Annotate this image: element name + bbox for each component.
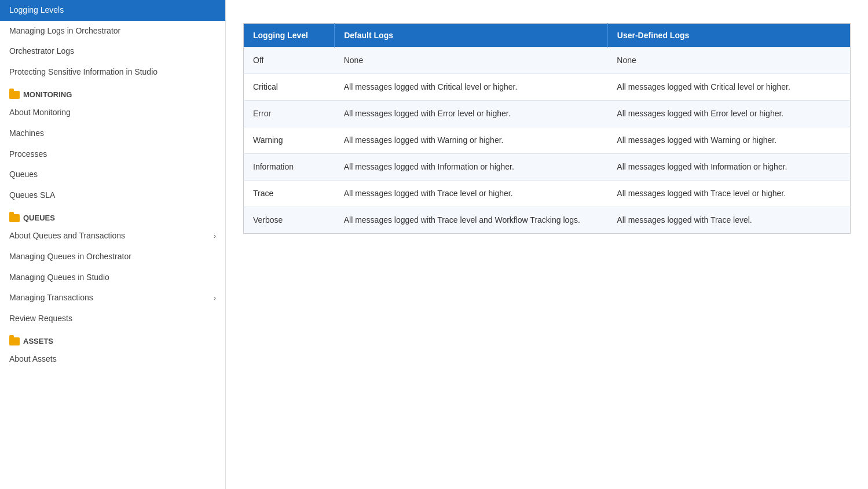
sidebar-item-managing-logs[interactable]: Managing Logs in Orchestrator (0, 21, 225, 42)
cell-user-5: All messages logged with Trace level or … (607, 181, 850, 207)
sidebar-item-protecting-sensitive[interactable]: Protecting Sensitive Information in Stud… (0, 62, 225, 83)
cell-level-4: Information (244, 154, 335, 181)
sidebar: Logging LevelsManaging Logs in Orchestra… (0, 0, 226, 489)
main-content: Logging Level Default Logs User-Defined … (226, 0, 868, 489)
sidebar-item-managing-transactions[interactable]: Managing Transactions› (0, 288, 225, 308)
cell-level-0: Off (244, 47, 335, 74)
table-header: Logging Level Default Logs User-Defined … (244, 24, 851, 47)
cell-default-6: All messages logged with Trace level and… (335, 207, 608, 234)
sidebar-item-queues-sla[interactable]: Queues SLA (0, 185, 225, 206)
sidebar-item-managing-queues-orch[interactable]: Managing Queues in Orchestrator (0, 247, 225, 267)
table-row: InformationAll messages logged with Info… (244, 154, 851, 181)
sidebar-item-about-monitoring[interactable]: About Monitoring (0, 102, 225, 123)
section-label-monitoring: MONITORING (23, 90, 72, 99)
sidebar-item-machines[interactable]: Machines (0, 123, 225, 144)
item-label-managing-transactions: Managing Transactions (9, 292, 93, 304)
section-label-queues: QUEUES (23, 214, 55, 222)
table-header-row: Logging Level Default Logs User-Defined … (244, 24, 851, 47)
cell-default-2: All messages logged with Error level or … (335, 101, 608, 127)
folder-icon-assets (9, 337, 20, 345)
table-row: ErrorAll messages logged with Error leve… (244, 101, 851, 127)
sidebar-item-review-requests[interactable]: Review Requests (0, 308, 225, 329)
arrow-icon-about-queues: › (214, 231, 216, 241)
cell-user-1: All messages logged with Critical level … (607, 74, 850, 101)
sidebar-item-queues[interactable]: Queues (0, 164, 225, 185)
cell-default-0: None (335, 47, 608, 74)
cell-user-6: All messages logged with Trace level. (607, 207, 850, 234)
cell-level-5: Trace (244, 181, 335, 207)
section-label-assets: ASSETS (23, 337, 53, 345)
cell-user-4: All messages logged with Information or … (607, 154, 850, 181)
sidebar-section-monitoring: MONITORING (0, 82, 225, 102)
sidebar-item-processes[interactable]: Processes (0, 144, 225, 165)
cell-default-3: All messages logged with Warning or high… (335, 127, 608, 154)
table-row: OffNoneNone (244, 47, 851, 74)
table-body: OffNoneNoneCriticalAll messages logged w… (244, 47, 851, 234)
cell-user-2: All messages logged with Error level or … (607, 101, 850, 127)
cell-user-3: All messages logged with Warning or high… (607, 127, 850, 154)
cell-level-2: Error (244, 101, 335, 127)
table-row: CriticalAll messages logged with Critica… (244, 74, 851, 101)
col-header-level: Logging Level (244, 24, 335, 47)
logging-table: Logging Level Default Logs User-Defined … (243, 23, 851, 234)
cell-user-0: None (607, 47, 850, 74)
sidebar-item-managing-queues-studio[interactable]: Managing Queues in Studio (0, 267, 225, 288)
sidebar-item-about-assets[interactable]: About Assets (0, 349, 225, 370)
sidebar-section-queues: QUEUES (0, 205, 225, 226)
sidebar-section-assets: ASSETS (0, 329, 225, 349)
folder-icon-monitoring (9, 91, 20, 99)
sidebar-item-orchestrator-logs[interactable]: Orchestrator Logs (0, 41, 225, 62)
cell-level-3: Warning (244, 127, 335, 154)
cell-default-4: All messages logged with Information or … (335, 154, 608, 181)
table-row: TraceAll messages logged with Trace leve… (244, 181, 851, 207)
folder-icon-queues (9, 214, 20, 222)
col-header-user: User-Defined Logs (607, 24, 850, 47)
col-header-default: Default Logs (335, 24, 608, 47)
cell-level-1: Critical (244, 74, 335, 101)
table-row: WarningAll messages logged with Warning … (244, 127, 851, 154)
sidebar-item-logging-levels[interactable]: Logging Levels (0, 0, 225, 21)
sidebar-item-about-queues[interactable]: About Queues and Transactions› (0, 226, 225, 247)
cell-default-1: All messages logged with Critical level … (335, 74, 608, 101)
item-label-about-queues: About Queues and Transactions (9, 230, 125, 242)
cell-default-5: All messages logged with Trace level or … (335, 181, 608, 207)
cell-level-6: Verbose (244, 207, 335, 234)
table-row: VerboseAll messages logged with Trace le… (244, 207, 851, 234)
arrow-icon-managing-transactions: › (214, 293, 216, 303)
